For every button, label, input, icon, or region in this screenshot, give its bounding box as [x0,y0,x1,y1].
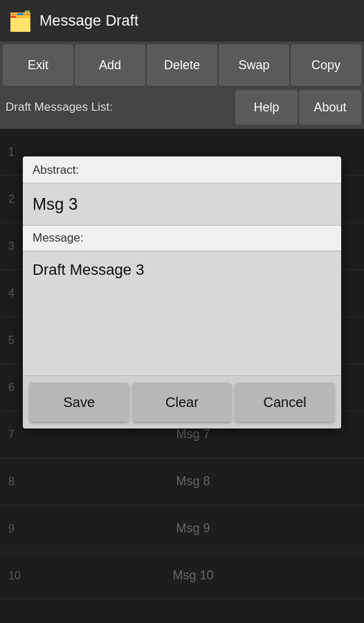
toolbar-row1: Exit Add Delete Swap Copy [0,42,364,89]
exit-button[interactable]: Exit [3,44,73,86]
about-button[interactable]: About [299,90,361,125]
edit-modal: Abstract: Msg 3 Message: Draft Message 3… [23,156,341,428]
save-button[interactable]: Save [30,383,129,422]
add-button[interactable]: Add [75,44,145,86]
modal-buttons: Save Clear Cancel [23,376,341,428]
title-bar: 🗂️ Message Draft [0,0,364,42]
help-button[interactable]: Help [235,90,298,125]
abstract-value: Msg 3 [23,183,341,226]
delete-button[interactable]: Delete [147,44,217,86]
cancel-button[interactable]: Cancel [235,383,334,422]
abstract-label: Abstract: [23,156,341,183]
app-title: Message Draft [39,12,138,30]
app-icon: 🗂️ [8,10,33,33]
swap-button[interactable]: Swap [219,44,289,86]
clear-button[interactable]: Clear [133,383,232,422]
copy-button[interactable]: Copy [291,44,361,86]
toolbar-row2: Draft Messages List: Help About [0,89,364,129]
modal-overlay: Abstract: Msg 3 Message: Draft Message 3… [0,129,364,623]
draft-list-label: Draft Messages List: [3,100,234,114]
message-label: Message: [23,226,341,251]
message-value: Draft Message 3 [23,251,341,376]
